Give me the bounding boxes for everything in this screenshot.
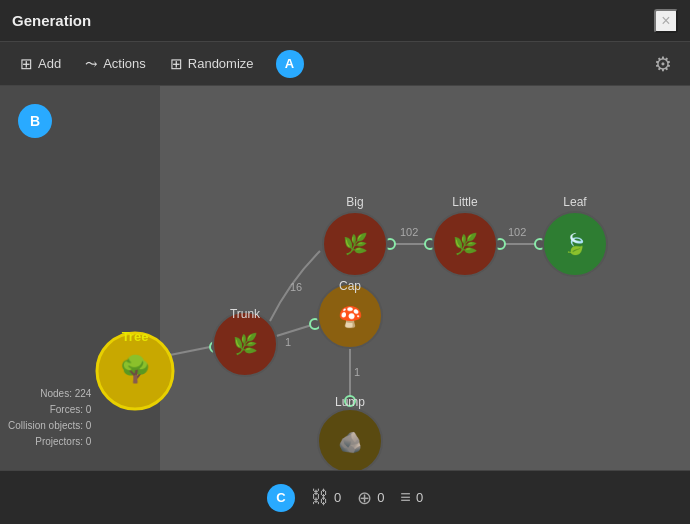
actions-button[interactable]: ⤳ Actions [75, 50, 156, 78]
svg-text:Little: Little [452, 195, 478, 209]
svg-text:🌿: 🌿 [453, 232, 478, 256]
add-icon: ⊞ [20, 55, 33, 73]
svg-text:Leaf: Leaf [563, 195, 587, 209]
svg-text:1: 1 [285, 336, 291, 348]
svg-text:1: 1 [354, 366, 360, 378]
svg-text:🪨: 🪨 [338, 430, 363, 454]
toolbar: ⊞ Add ⤳ Actions ⊞ Randomize A ⚙ [0, 42, 690, 86]
title-bar: Generation × [0, 0, 690, 42]
svg-text:Cap: Cap [339, 279, 361, 293]
close-button[interactable]: × [654, 9, 678, 33]
svg-text:102: 102 [400, 226, 418, 238]
globe-icon: ⊕ [357, 487, 372, 509]
randomize-icon: ⊞ [170, 55, 183, 73]
add-button[interactable]: ⊞ Add [10, 50, 71, 78]
globe-count: 0 [377, 490, 384, 505]
randomize-label: Randomize [188, 56, 254, 71]
links-count: 0 [334, 490, 341, 505]
bottom-bar: C ⛓ 0 ⊕ 0 ≡ 0 [0, 470, 690, 524]
svg-text:Big: Big [346, 195, 363, 209]
svg-text:16: 16 [290, 281, 302, 293]
canvas-area: B Nodes: 224 Forces: 0 Collision objects… [0, 86, 690, 470]
svg-text:🌿: 🌿 [233, 332, 258, 356]
list-item: ≡ 0 [400, 487, 423, 508]
svg-text:102: 102 [508, 226, 526, 238]
svg-text:🌳: 🌳 [119, 353, 152, 385]
links-icon: ⛓ [311, 487, 329, 508]
links-item: ⛓ 0 [311, 487, 341, 508]
settings-button[interactable]: ⚙ [646, 48, 680, 80]
window-title: Generation [12, 12, 91, 29]
badge-a: A [276, 50, 304, 78]
svg-text:Trunk: Trunk [230, 307, 261, 321]
actions-icon: ⤳ [85, 55, 98, 73]
actions-label: Actions [103, 56, 146, 71]
list-count: 0 [416, 490, 423, 505]
svg-line-0 [165, 346, 215, 356]
svg-text:Lump: Lump [335, 395, 365, 409]
add-label: Add [38, 56, 61, 71]
badge-c: C [267, 484, 295, 512]
svg-text:🍃: 🍃 [563, 232, 588, 256]
svg-text:Tree: Tree [122, 329, 149, 344]
graph-svg: 16 1 1 102 102 🌳 Tree 🌿 [0, 86, 690, 470]
list-icon: ≡ [400, 487, 411, 508]
svg-text:🍄: 🍄 [338, 305, 363, 329]
globe-item: ⊕ 0 [357, 487, 384, 509]
randomize-button[interactable]: ⊞ Randomize [160, 50, 264, 78]
svg-text:🌿: 🌿 [343, 232, 368, 256]
